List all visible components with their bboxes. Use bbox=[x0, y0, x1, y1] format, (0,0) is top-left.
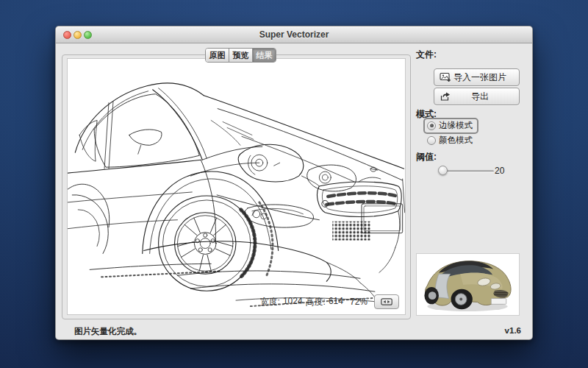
threshold-section-label: 阈值: bbox=[416, 151, 437, 163]
mode-option-color[interactable]: 颜色模式 bbox=[427, 135, 473, 146]
slider-thumb[interactable] bbox=[438, 166, 448, 175]
image-add-icon bbox=[440, 72, 451, 82]
width-value: 1024 bbox=[283, 296, 303, 308]
fit-to-window-icon bbox=[381, 298, 392, 305]
import-button-label: 导入一张图片 bbox=[451, 71, 509, 84]
zoom-level: 72% bbox=[350, 297, 368, 307]
export-button-label: 导出 bbox=[451, 91, 509, 103]
view-tabs: 原图 预览 结果 bbox=[205, 48, 276, 63]
original-car-photo bbox=[417, 254, 519, 315]
edge-mode-label: 边缘模式 bbox=[439, 120, 473, 131]
tab-original[interactable]: 原图 bbox=[206, 49, 229, 62]
radio-selected-icon[interactable] bbox=[427, 121, 436, 130]
app-version: v1.6 bbox=[505, 326, 521, 335]
slider-track[interactable] bbox=[441, 170, 494, 172]
result-canvas[interactable]: 宽度: 1024 高度: 614 72% bbox=[67, 58, 406, 315]
radio-unselected-icon[interactable] bbox=[427, 136, 436, 145]
width-label: 宽度: bbox=[260, 296, 280, 308]
status-message: 图片矢量化完成。 bbox=[74, 326, 142, 337]
canvas-groupbox: 宽度: 1024 高度: 614 72% bbox=[62, 54, 411, 319]
app-window: Super Vectorizer 原图 预览 结果 bbox=[55, 26, 533, 340]
color-mode-label: 颜色模式 bbox=[439, 135, 473, 146]
image-dimensions: 宽度: 1024 高度: 614 bbox=[260, 296, 343, 308]
tab-result[interactable]: 结果 bbox=[253, 49, 276, 62]
canvas-info-row: 宽度: 1024 高度: 614 72% bbox=[260, 294, 399, 309]
original-image-thumbnail bbox=[416, 253, 520, 316]
threshold-value: 20 bbox=[495, 166, 504, 176]
titlebar[interactable]: Super Vectorizer bbox=[56, 26, 532, 43]
fit-to-window-button[interactable] bbox=[374, 294, 399, 309]
tab-preview[interactable]: 预览 bbox=[229, 49, 253, 62]
export-arrow-icon bbox=[440, 91, 451, 102]
height-label: 高度: bbox=[306, 296, 326, 308]
mode-option-edge[interactable]: 边缘模式 bbox=[423, 118, 478, 134]
export-button[interactable]: 导出 bbox=[434, 88, 520, 105]
threshold-slider[interactable] bbox=[438, 165, 495, 177]
window-title: Super Vectorizer bbox=[56, 29, 532, 40]
import-image-button[interactable]: 导入一张图片 bbox=[434, 68, 520, 86]
file-section-label: 文件: bbox=[416, 49, 437, 61]
vectorized-car-drawing bbox=[68, 59, 405, 314]
height-value: 614 bbox=[329, 296, 343, 308]
